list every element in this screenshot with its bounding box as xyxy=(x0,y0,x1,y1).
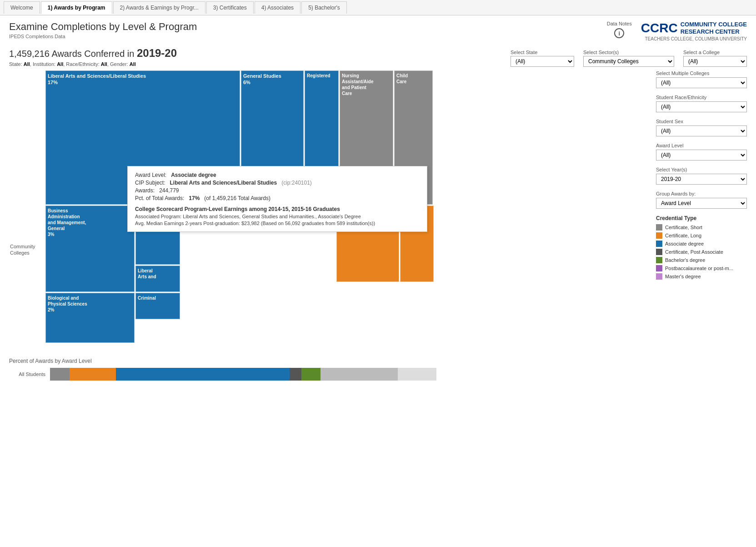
tooltip: Award Level: Associate degree CIP Subjec… xyxy=(127,166,427,232)
legend-master: Master's degree xyxy=(656,273,747,280)
sector-select[interactable]: Community Colleges xyxy=(583,56,674,67)
tab-bachelors[interactable]: 5) Bachelor's xyxy=(301,1,347,14)
legend-cert-short: Certificate, Short xyxy=(656,224,747,231)
tab-awards-program[interactable]: 1) Awards by Program xyxy=(41,1,112,14)
state-label: Select State xyxy=(511,50,574,55)
legend-swatch-post-assoc xyxy=(656,249,662,255)
tab-certificates[interactable]: 3) Certificates xyxy=(206,1,254,14)
page-title: Examine Completions by Level & Program xyxy=(9,21,197,33)
tooltip-pct-value: 17% xyxy=(189,195,200,201)
block-criminal[interactable]: Criminal xyxy=(135,293,180,319)
main-area: CommunityColleges Liberal Arts and Scien… xyxy=(0,70,756,352)
tab-awards-earnings[interactable]: 2) Awards & Earnings by Progr... xyxy=(113,1,205,14)
legend-label-assoc: Associate degree xyxy=(665,241,704,246)
legend-post-assoc: Certificate, Post Associate xyxy=(656,249,747,255)
bar-master xyxy=(398,368,436,381)
row-label-community-colleges: CommunityColleges xyxy=(10,243,35,256)
race-label: Student Race/Ethnicity xyxy=(656,95,747,100)
chart-area: CommunityColleges Liberal Arts and Scien… xyxy=(9,70,647,352)
college-selector-group: Select a College (All) xyxy=(683,50,747,67)
legend-swatch-master xyxy=(656,273,662,280)
bar-post-assoc xyxy=(290,368,301,381)
tooltip-awards-value: 244,779 xyxy=(159,187,179,194)
award-level-label: Award Level xyxy=(656,143,747,148)
sector-selector-group: Select Sector(s) Community Colleges xyxy=(583,50,674,67)
block-small-gray-tr2[interactable] xyxy=(434,139,473,204)
ccrc-name: COMMUNITY COLLEGE RESEARCH CENTER xyxy=(681,21,747,35)
tooltip-scorecard-title: College Scorecard Program-Level Earnings… xyxy=(135,206,420,212)
block-liberal-arts-mid[interactable]: LiberalArts and xyxy=(135,266,180,292)
state-info: State: All, Institution: All, Race/Ethni… xyxy=(9,61,501,67)
sector-label: Select Sector(s) xyxy=(583,50,674,55)
tooltip-award-level-label: Award Level: xyxy=(135,172,166,178)
legend-assoc: Associate degree xyxy=(656,241,747,247)
legend-swatch-cert-short xyxy=(656,224,662,231)
tab-welcome[interactable]: Welcome xyxy=(4,1,40,14)
block-orange-small-grid[interactable] xyxy=(435,206,473,282)
award-level-section: Award Level (All) xyxy=(656,143,747,161)
legend-label-bachelor: Bachelor's degree xyxy=(665,257,705,263)
race-select[interactable]: (All) xyxy=(656,101,747,112)
tooltip-award-level-value: Associate degree xyxy=(171,172,216,178)
college-select[interactable]: (All) xyxy=(683,56,747,67)
tooltip-pct-label: Pct. of Total Awards: xyxy=(135,195,184,201)
legend-label-cert-short: Certificate, Short xyxy=(665,225,702,230)
legend-swatch-postbacc xyxy=(656,265,662,271)
block-biological[interactable]: Biological andPhysical Sciences2% xyxy=(45,293,135,343)
multi-college-select[interactable]: (All) xyxy=(656,77,747,88)
sex-label: Student Sex xyxy=(656,119,747,124)
group-section: Group Awards by: Award Level xyxy=(656,191,747,209)
ccrc-logo: CCRC COMMUNITY COLLEGE RESEARCH CENTER T… xyxy=(641,21,747,41)
legend-swatch-assoc xyxy=(656,241,662,247)
multi-college-section: Select Multiple Colleges (All) xyxy=(656,70,747,88)
block-business-admin[interactable]: BusinessAdministrationand Management,Gen… xyxy=(45,206,135,292)
bar-postbacc xyxy=(320,368,398,381)
legend-label-master: Master's degree xyxy=(665,274,701,279)
legend-cert-long: Certificate, Long xyxy=(656,232,747,239)
legend-postbacc: Postbaccalaureate or post-m... xyxy=(656,265,747,271)
year-label: Select Year(s) xyxy=(656,167,747,172)
ccrc-abbr: CCRC xyxy=(641,21,678,35)
tooltip-cip-value: Liberal Arts and Sciences/Liberal Studie… xyxy=(170,180,277,186)
bar-cert-long xyxy=(70,368,116,381)
legend-swatch-bachelor xyxy=(656,257,662,263)
subtitle: IPEDS Completions Data xyxy=(9,34,197,39)
legend-label-post-assoc: Certificate, Post Associate xyxy=(665,249,723,255)
group-select[interactable]: Award Level xyxy=(656,198,747,209)
tooltip-cip-code: (cip:240101) xyxy=(281,180,312,186)
header-left: Examine Completions by Level & Program I… xyxy=(9,21,197,39)
state-selector-group: Select State (All) xyxy=(511,50,574,67)
header: Examine Completions by Level & Program I… xyxy=(0,15,756,45)
treemap[interactable]: Liberal Arts and Sciences/Liberal Studie… xyxy=(45,70,473,343)
block-blue-bottom[interactable] xyxy=(45,344,180,366)
tooltip-cip-label: CIP Subject: xyxy=(135,180,165,186)
tooltip-pct-suffix: (of 1,459,216 Total Awards) xyxy=(204,195,270,201)
group-label: Group Awards by: xyxy=(656,191,747,196)
bar-row-label: All Students xyxy=(9,371,45,377)
bar-assoc xyxy=(116,368,290,381)
sex-select[interactable]: (All) xyxy=(656,125,747,136)
header-right: Data Notes i CCRC COMMUNITY COLLEGE RESE… xyxy=(607,21,747,41)
data-notes[interactable]: Data Notes i xyxy=(607,21,632,38)
block-gray-bottom-right[interactable] xyxy=(336,283,473,343)
tab-associates[interactable]: 4) Associates xyxy=(255,1,300,14)
bar-row: All Students xyxy=(9,368,747,381)
year-section: Select Year(s) 2019-20 xyxy=(656,167,747,185)
bar-bachelor xyxy=(301,368,321,381)
year-select[interactable]: 2019-20 xyxy=(656,174,747,185)
block-small-gray-tr1[interactable] xyxy=(434,70,473,138)
award-summary: 1,459,216 Awards Conferred in 2019-20 St… xyxy=(9,47,501,67)
sex-section: Student Sex (All) xyxy=(656,119,747,136)
award-level-select[interactable]: (All) xyxy=(656,150,747,161)
info-icon[interactable]: i xyxy=(614,28,624,38)
state-select[interactable]: (All) xyxy=(511,56,574,67)
legend-title: Credential Type xyxy=(656,215,747,221)
legend-label-postbacc: Postbaccalaureate or post-m... xyxy=(665,266,733,271)
race-section: Student Race/Ethnicity (All) xyxy=(656,95,747,112)
college-label: Select a College xyxy=(683,50,747,55)
tooltip-assoc-program: Associated Program: Liberal Arts and Sci… xyxy=(135,214,420,219)
block-green-strip[interactable] xyxy=(473,206,481,343)
tooltip-awards-label: Awards: xyxy=(135,187,155,194)
bar-cert-short xyxy=(50,368,70,381)
sidebar: Select Multiple Colleges (All) Student R… xyxy=(651,70,747,352)
